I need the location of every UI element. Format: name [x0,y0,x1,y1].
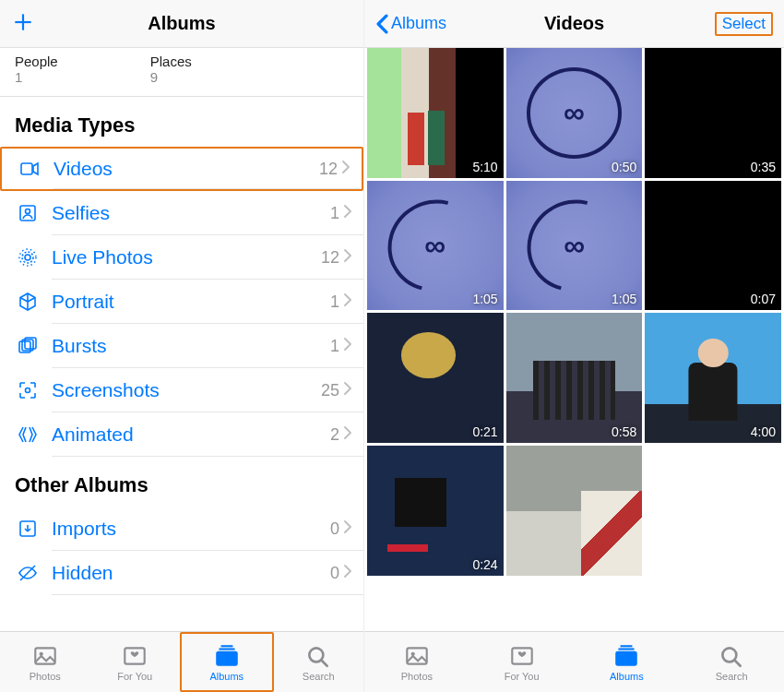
svg-rect-18 [217,651,236,664]
video-thumb[interactable]: 4:00 [645,313,781,443]
portrait-icon [15,291,41,313]
row-count: 25 [321,381,339,400]
video-duration: 1:05 [472,292,497,306]
back-button[interactable]: Albums [375,14,446,34]
video-thumb[interactable]: 0:35 [645,48,781,178]
albums-screen: Albums People 1 Places 9 Media Types Vid… [0,0,364,692]
my-albums-row: People 1 Places 9 [0,48,363,97]
svg-point-5 [26,209,30,214]
tab-albums[interactable]: Albums [180,632,274,692]
search-icon [718,643,745,669]
video-thumb[interactable]: ∞1:05 [506,181,643,311]
row-count: 0 [330,564,339,583]
svg-rect-15 [35,648,54,663]
videos-screen: Albums Videos Select 5:10∞0:500:35∞1:05∞… [364,0,784,692]
chevron-right-icon [343,519,352,534]
other-row-hidden[interactable]: Hidden0 [0,551,363,595]
add-album-button[interactable] [11,10,35,38]
video-duration: 0:35 [751,160,776,174]
svg-point-7 [22,252,33,263]
row-count: 1 [330,292,339,312]
tab-photos[interactable]: Photos [364,632,469,692]
media-row-bursts[interactable]: Bursts1 [0,324,363,368]
tab-for-you[interactable]: For You [469,632,575,692]
selfie-icon [15,202,41,224]
video-duration: 0:50 [612,160,636,174]
video-thumb[interactable]: 1:37 [506,446,643,576]
select-button[interactable]: Select [715,12,773,36]
row-label: Portrait [52,291,330,313]
chevron-right-icon [343,381,352,396]
screenshot-icon [15,379,41,401]
video-thumb[interactable]: ∞0:50 [506,48,643,178]
video-duration: 0:24 [472,557,497,572]
video-duration: 0:07 [751,292,776,306]
row-label: Videos [53,158,319,180]
bursts-icon [15,335,41,357]
albums-icon [213,643,241,669]
media-types-list: Videos12Selfies1Live Photos12Portrait1Bu… [0,147,363,457]
section-header-other-albums: Other Albums [0,457,363,507]
tab-search[interactable]: Search [679,632,784,692]
chevron-right-icon [341,160,350,174]
row-count: 1 [330,204,339,223]
album-label: People [15,54,58,69]
chevron-right-icon [343,292,352,307]
tab-search[interactable]: Search [274,632,364,692]
tab-label: Search [303,671,335,682]
chevron-left-icon [375,14,389,34]
tab-for-you[interactable]: For You [90,632,181,692]
video-thumb[interactable]: 0:58 [506,313,643,443]
tab-photos[interactable]: Photos [0,632,90,692]
row-count: 1 [330,337,339,356]
svg-rect-2 [21,163,32,174]
media-row-selfies[interactable]: Selfies1 [0,191,363,235]
photos-icon [403,643,431,669]
video-thumb[interactable]: 0:24 [367,446,504,576]
row-label: Screenshots [52,379,321,401]
media-row-portrait[interactable]: Portrait1 [0,280,363,324]
album-label: Places [150,54,192,69]
for-you-icon [121,643,148,669]
tab-label: Albums [209,671,244,682]
video-thumb[interactable]: 5:10 [367,48,504,178]
tab-label: For You [505,671,540,682]
row-count: 12 [321,248,339,268]
album-places[interactable]: Places 9 [150,54,192,85]
back-label: Albums [391,14,446,33]
chevron-right-icon [343,425,352,440]
live-icon [15,246,41,268]
video-thumb[interactable]: ∞1:05 [367,181,504,311]
video-grid: 5:10∞0:500:35∞1:05∞1:050:070:210:584:000… [364,48,784,576]
video-duration: 1:37 [612,557,636,572]
svg-rect-26 [617,651,636,664]
album-people[interactable]: People 1 [15,54,58,85]
other-albums-list: Imports0Hidden0 [0,507,363,595]
row-label: Live Photos [52,246,321,268]
albums-icon [612,643,640,669]
row-count: 2 [330,425,339,445]
svg-point-6 [25,255,30,260]
row-count: 0 [330,519,339,539]
tab-label: Search [716,671,748,682]
video-thumb[interactable]: 0:21 [367,313,504,443]
chevron-right-icon [343,248,352,263]
media-row-screenshots[interactable]: Screenshots25 [0,368,363,412]
chevron-right-icon [343,337,352,352]
video-duration: 1:05 [612,292,636,306]
other-row-imports[interactable]: Imports0 [0,507,363,551]
media-row-live-photos[interactable]: Live Photos12 [0,235,363,280]
plus-icon [11,10,35,34]
row-label: Imports [52,518,330,540]
row-label: Hidden [52,562,330,584]
media-row-videos[interactable]: Videos12 [0,147,363,191]
tab-bar: PhotosFor YouAlbumsSearch [364,631,784,692]
tab-albums[interactable]: Albums [575,632,680,692]
animated-icon [15,424,41,446]
video-thumb[interactable]: 0:07 [645,181,781,311]
svg-point-12 [26,388,30,393]
tab-label: Albums [610,671,644,682]
svg-rect-23 [407,648,426,663]
media-row-animated[interactable]: Animated2 [0,412,363,457]
row-label: Bursts [52,335,330,357]
